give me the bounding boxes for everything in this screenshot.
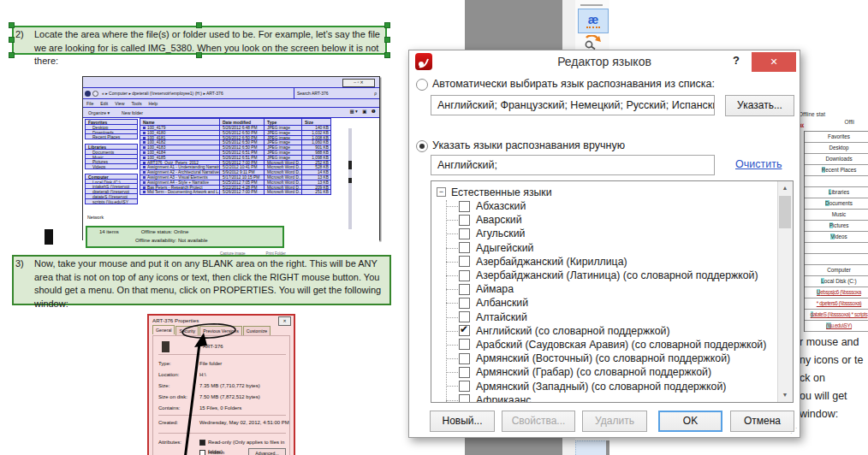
recognized-table-row: Local Disk (C:) bbox=[805, 276, 868, 287]
folder-name: ART-376 bbox=[203, 344, 223, 349]
language-row[interactable]: Азербайджанский (Латиница) (со словарной… bbox=[459, 269, 777, 282]
explorer-scrollbar bbox=[348, 128, 352, 229]
recognized-paragraph-line: ck on bbox=[800, 369, 863, 387]
language-row[interactable]: Адыгейский bbox=[459, 241, 777, 255]
clear-link[interactable]: Очистить bbox=[735, 158, 782, 170]
language-checkbox[interactable] bbox=[459, 270, 470, 281]
language-row[interactable]: Армянский (Грабар) (со словарной поддерж… bbox=[459, 365, 777, 379]
language-row[interactable]: Аймара bbox=[459, 282, 777, 296]
explorer-menu-item: Tools bbox=[131, 101, 141, 106]
selection-handle[interactable] bbox=[196, 52, 202, 58]
language-row[interactable]: Абхазский bbox=[459, 199, 777, 213]
selection-handle[interactable] bbox=[196, 22, 202, 28]
folder-name-row: ART-376 bbox=[158, 340, 286, 355]
explorer-file-list: NameDate modifiedTypeSize 100_4179 5/26/… bbox=[140, 118, 330, 194]
step-3-instruction-box[interactable]: 3) Now, take your mouse and put it on an… bbox=[12, 255, 391, 305]
selection-handle[interactable] bbox=[384, 52, 390, 58]
explorer-menu-item: Edit bbox=[100, 101, 108, 106]
language-row[interactable]: Алтайский bbox=[459, 310, 777, 324]
document-image-pane: 2) Locate the area where the file(s) or … bbox=[0, 0, 465, 455]
step-2-instruction-box[interactable]: 2) Locate the area where the file(s) or … bbox=[12, 26, 387, 55]
cancel-button[interactable]: Отмена bbox=[730, 411, 794, 432]
language-checkbox[interactable] bbox=[459, 394, 470, 403]
language-checkbox[interactable] bbox=[459, 381, 470, 392]
help-button[interactable]: ? bbox=[729, 54, 743, 67]
properties-tab: Customize bbox=[243, 326, 271, 335]
attributes-label: Attributes: bbox=[158, 438, 199, 448]
recognized-table-row bbox=[805, 176, 868, 187]
selection-handle[interactable] bbox=[9, 52, 15, 58]
language-checkbox[interactable] bbox=[459, 201, 470, 212]
scroll-down-icon[interactable]: ▼ bbox=[778, 388, 792, 402]
auto-language-radio[interactable] bbox=[416, 79, 428, 91]
recognized-table-row: * dpeters6 (\\bsssoxa) bbox=[805, 298, 868, 310]
explorer-search-box: Search ART-376 ρ bbox=[294, 88, 379, 98]
language-checkbox[interactable] bbox=[459, 215, 470, 226]
tree-root-row[interactable]: − Естественные языки bbox=[437, 185, 777, 199]
language-row[interactable]: Агульский bbox=[459, 227, 777, 240]
properties-button: Свойства... bbox=[502, 411, 575, 432]
specify-button[interactable]: Указать... bbox=[725, 95, 794, 116]
language-checkbox[interactable] bbox=[459, 325, 470, 336]
manual-language-radio[interactable] bbox=[416, 140, 428, 152]
explorer-menubar: FileEditViewToolsHelp bbox=[83, 99, 379, 108]
manual-language-input[interactable]: Английский; bbox=[431, 155, 715, 175]
scroll-up-icon[interactable]: ▲ bbox=[778, 181, 792, 195]
language-row[interactable]: Африкаанс bbox=[459, 393, 777, 403]
resize-grip-icon[interactable]: ⋰ bbox=[790, 428, 797, 434]
dialog-titlebar[interactable]: Редактор языков ? ✕ bbox=[409, 50, 800, 73]
recognized-table-row: Recent Places bbox=[805, 165, 868, 176]
toolbar-divider bbox=[580, 4, 603, 6]
properties-tabs: General Security Previous Versions Custo… bbox=[149, 326, 294, 335]
manual-language-label: Указать языки распознавания вручную bbox=[432, 139, 625, 151]
new-button[interactable]: Новый... bbox=[430, 411, 495, 432]
explorer-sidebar-network: Network bbox=[87, 215, 104, 220]
toolbar-selected-panel[interactable] bbox=[575, 440, 607, 455]
language-checkbox[interactable] bbox=[459, 311, 470, 322]
selection-handle[interactable] bbox=[9, 22, 15, 28]
recognition-language-button[interactable]: æ bbox=[578, 9, 609, 33]
collapse-icon[interactable]: − bbox=[437, 187, 446, 197]
language-row[interactable]: Армянский (Западный) (со словарной подде… bbox=[459, 379, 777, 393]
language-row[interactable]: Арабский (Саудовская Аравия) (со словарн… bbox=[459, 338, 777, 352]
hidden-label: Hidden bbox=[208, 448, 224, 455]
language-tree-listbox[interactable]: − Естественные языки Абхазский Авар bbox=[431, 180, 794, 403]
language-checkbox[interactable] bbox=[459, 242, 470, 253]
language-row[interactable]: Армянский (Восточный) (со словарной подд… bbox=[459, 352, 777, 365]
scrollbar-thumb[interactable] bbox=[779, 196, 791, 228]
ok-button[interactable]: OK bbox=[658, 411, 722, 432]
selection-handle[interactable] bbox=[384, 37, 390, 43]
file-name: Mid Term - Documenting Artwork and L... bbox=[140, 189, 220, 195]
readonly-label: Read-only (Only applies to files in fold… bbox=[208, 438, 286, 448]
language-label: Азербайджанский (Кириллица) bbox=[476, 256, 627, 268]
forward-icon bbox=[92, 91, 98, 97]
language-row[interactable]: Албанский bbox=[459, 296, 777, 310]
language-tree: − Естественные языки Абхазский Авар bbox=[437, 185, 777, 403]
file-date: 5/26/2012 7:00 PM bbox=[219, 189, 265, 195]
listbox-scrollbar[interactable]: ▲ ▼ bbox=[777, 181, 793, 402]
language-row[interactable]: Азербайджанский (Кириллица) bbox=[459, 255, 777, 269]
verify-button[interactable] bbox=[581, 35, 603, 50]
language-checkbox[interactable] bbox=[459, 298, 470, 309]
language-row[interactable]: Английский (со словарной поддержкой) bbox=[459, 324, 777, 338]
language-checkbox[interactable] bbox=[459, 353, 470, 364]
language-checkbox[interactable] bbox=[459, 367, 470, 378]
language-checkbox[interactable] bbox=[459, 228, 470, 239]
close-button[interactable]: ✕ bbox=[752, 52, 796, 72]
tree-root-label: Естественные языки bbox=[451, 186, 552, 198]
language-rows: Абхазский Аварский Агульский bbox=[437, 199, 777, 403]
explorer-screenshot[interactable]: – ▫ ✕ « ▸ Computer ▸ dpeterali (\\reserv… bbox=[82, 76, 380, 240]
properties-fields: Type: File folder Location: H:\ Size: 7.… bbox=[158, 358, 286, 414]
hidden-checkbox bbox=[199, 450, 205, 455]
explorer-sidebar: Favorites Desktop Downloads Recent Place… bbox=[85, 119, 138, 204]
language-checkbox[interactable] bbox=[459, 339, 470, 350]
auto-language-input[interactable]: Английский; Французский; Немецкий; Русск… bbox=[431, 95, 715, 115]
explorer-sidebar-item: scripts (\\ju.edu\SY bbox=[85, 198, 138, 204]
field-value: 7.50 MB (7,872,512 bytes) bbox=[199, 392, 260, 403]
language-row[interactable]: Аварский bbox=[459, 213, 777, 227]
selection-handle[interactable] bbox=[384, 22, 390, 28]
selection-handle[interactable] bbox=[9, 37, 15, 43]
language-checkbox[interactable] bbox=[459, 284, 470, 295]
language-checkbox[interactable] bbox=[459, 256, 470, 267]
properties-dialog-screenshot[interactable]: ART-376 Properties ✕ General Security Pr… bbox=[147, 314, 295, 455]
